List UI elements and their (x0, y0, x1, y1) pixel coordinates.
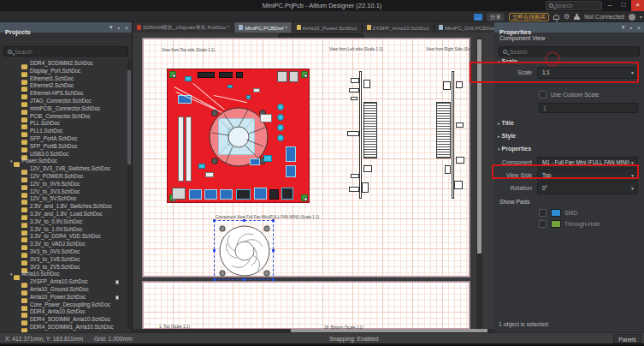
tree-item[interactable]: ▾3V3_to_1V8.SchDoc (0, 256, 127, 264)
tree-scrollbar-thumb[interactable] (127, 70, 131, 164)
notifications-bell-icon[interactable] (553, 15, 559, 20)
tree-scrollbar[interactable] (127, 60, 131, 329)
comment-icon[interactable]: … (474, 14, 482, 21)
tree-item[interactable]: ▾3V3_to_0V9.SchDoc (0, 248, 127, 256)
minimize-button[interactable]: – (604, 0, 616, 11)
rotation-dropdown[interactable]: 0°▼ (537, 182, 638, 194)
tree-item[interactable]: ▾PLL.SchDoc (0, 120, 127, 128)
tree-item[interactable]: ▾Arria10_Ground.SchDoc (0, 286, 127, 294)
properties-search-input[interactable] (510, 49, 595, 55)
tree-item[interactable]: ▾DDR4_Arria10.SchDoc (0, 308, 127, 316)
custom-scale-input[interactable] (539, 103, 638, 113)
panel-close-icon[interactable]: × (125, 25, 128, 31)
share-button[interactable]: 分享 (487, 13, 505, 21)
tree-item[interactable]: ▾DDR4_SODIMM_Arria10.SchDoc (0, 316, 127, 324)
pcb-right-side-view[interactable] (428, 71, 469, 199)
panel-pin-icon[interactable]: ▪ (117, 25, 119, 31)
through-hole-label: Through-Hole (564, 221, 600, 227)
selection-status: 1 object is selected (499, 321, 548, 327)
tree-item[interactable]: ▾3V3_to_2V5.SchDoc (0, 264, 127, 271)
through-hole-color-swatch[interactable] (551, 220, 561, 228)
tree-item[interactable]: ▾3.3V_to_0.9V.SchDoc (0, 218, 127, 226)
properties-search[interactable] (499, 46, 640, 57)
user-icon[interactable] (574, 14, 580, 20)
avatar-dropdown-icon[interactable]: ▾ (640, 14, 642, 20)
pcb-left-side-view[interactable] (346, 71, 381, 199)
open-document-badge (115, 295, 119, 300)
search-icon (503, 50, 507, 54)
tree-item[interactable]: ▾Display_Port.SchDoc (0, 68, 127, 75)
projects-search[interactable] (3, 46, 128, 57)
panels-button[interactable]: Panels (613, 334, 641, 343)
properties-panel-header: Properties ▾ ▪ × (494, 22, 644, 33)
tree-item[interactable]: ▾DDR4_SODIMM1_Arria10.SchDoc (0, 324, 127, 331)
tree-item[interactable]: ▾miniPCIE_Connector.SchDoc (0, 105, 127, 113)
global-search[interactable] (546, 1, 602, 10)
global-search-input[interactable] (555, 3, 598, 9)
document-canvas[interactable]: SDRAM模块_xSignals等长.PcbDoc * MiniPC.PCBDw… (133, 22, 494, 332)
tree-item[interactable]: ▾Ethernet-HPS.SchDoc (0, 90, 127, 98)
tab-arria10-power-schdoc[interactable]: Arria10_Power.SchDoc (292, 22, 363, 33)
tree-item[interactable]: ▾3.3V_to_DDR4_VDD.SchDoc (0, 233, 127, 241)
tree-item[interactable]: ▾SFP_PortB.SchDoc (0, 143, 127, 151)
tab-2xsfp-arria10-schdoc[interactable]: 2XSFP_Arria10.SchDoc (363, 22, 434, 33)
tree-item[interactable]: ▾USB3.0.SchDoc (0, 151, 127, 158)
tree-item[interactable]: ▾12V_to_0V9.SchDoc (0, 181, 127, 188)
tree-item[interactable]: ▾12V_POWER.SchDoc (0, 173, 127, 181)
tree-item[interactable]: ▾Arria10_Power.SchDoc (0, 294, 127, 301)
panel-menu-icon[interactable]: ▾ (622, 24, 625, 31)
avatar[interactable] (629, 14, 635, 21)
document-icon (367, 25, 371, 30)
smd-color-swatch[interactable] (551, 209, 561, 217)
view-side-dropdown[interactable]: Top▼ (537, 170, 638, 182)
tree-item[interactable]: ▾Core_Power_Decoupling.SchDoc (0, 301, 127, 309)
projects-search-input[interactable] (15, 49, 100, 55)
tree-item[interactable]: ▾PLL1.SchDoc (0, 128, 127, 135)
tree-item[interactable]: ▾12V_to_5V.SchDoc (0, 195, 127, 203)
draftsman-sheet-2[interactable]: 1. Top (Scale 1:1) 18. Bottom (Scale 1:1… (142, 281, 470, 330)
through-hole-checkbox[interactable] (539, 220, 547, 228)
canvas-vertical-scrollbar[interactable] (476, 38, 482, 329)
tab-minipc-pcbdwf[interactable]: MiniPC.PCBDwf * (234, 22, 292, 33)
status-bar: X: 412.371mm, Y: 163.811mm Grid: 1.000mm… (0, 332, 644, 343)
tree-item[interactable]: ▾3.3V_to_1.0V.SchDoc (0, 226, 127, 234)
component-dropdown[interactable]: M1 - Full Fan Mini (FULL FAN MINI)▼ (537, 157, 638, 169)
panel-menu-icon[interactable]: ▾ (109, 24, 113, 31)
tree-item[interactable]: ▾JTAG_Connector.SchDoc (0, 98, 127, 105)
tree-item[interactable]: ▾3.3V_to_VADJ.SchDoc (0, 241, 127, 248)
canvas-vertical-scrollbar-thumb[interactable] (477, 39, 482, 254)
chevron-down-icon: ▼ (630, 68, 635, 78)
panel-pin-icon[interactable]: ▪ (629, 25, 631, 31)
tab-minipc-drill-pcbdwf[interactable]: MiniPC_Drill.PCBDwf (434, 22, 494, 33)
tree-item[interactable]: ▾Power.SchDoc (0, 158, 127, 165)
pcb-top-view[interactable] (167, 69, 310, 203)
tab-sdram-pcbdoc[interactable]: SDRAM模块_xSignals等长.PcbDoc * (133, 22, 234, 33)
preferences-gear-icon[interactable]: ⚙ (564, 11, 570, 22)
scale-section-header[interactable]: ▾Scale (498, 58, 517, 64)
tree-item[interactable]: ▾Ethernet2.SchDoc (0, 82, 127, 90)
tree-item[interactable]: ▾3.3V_and_1.8V_Load.SchDoc (0, 211, 127, 218)
tree-item[interactable]: ▾2.5V_and_1.8V_Switches.SchDoc (0, 203, 127, 211)
tree-item[interactable]: ▾Ethernet1.SchDoc (0, 75, 127, 83)
close-button[interactable]: × (631, 0, 644, 11)
properties-section-header[interactable]: ▾Properties (498, 146, 531, 152)
tree-item[interactable]: ▾DDR4_SODIMM2.SchDoc (0, 60, 127, 68)
use-custom-scale-checkbox[interactable] (539, 91, 547, 98)
tree-item[interactable]: ▾SFP_PortA.SchDoc (0, 135, 127, 143)
maximize-button[interactable]: □ (617, 0, 629, 11)
tree-item[interactable]: ▾2XSFP_Arria10.SchDoc (0, 278, 127, 286)
style-section-header[interactable]: ▸Style (498, 133, 516, 139)
tree-item[interactable]: ▾Arria10.SchDoc (0, 271, 127, 278)
tree-item[interactable]: ▾12V_3V3_1VB_Switches.SchDoc (0, 165, 127, 173)
connection-status[interactable]: Not Connected (584, 14, 624, 20)
buy-online-button[interactable]: 立即在线购买 (509, 13, 549, 21)
draftsman-sheet-1[interactable]: View from Top side (Scale 1:1) (142, 38, 470, 277)
smd-checkbox[interactable] (539, 209, 547, 217)
scale-dropdown[interactable]: 1:1▼ (537, 67, 638, 79)
tree-item[interactable]: ▾PCIE_Connector.SchDoc (0, 113, 127, 121)
panel-close-icon[interactable]: × (637, 25, 641, 31)
tree-item[interactable]: ▾12V_to_3V3.SchDoc (0, 188, 127, 196)
title-section-header[interactable]: ▸Title (498, 120, 514, 126)
projects-toolbar (3, 34, 31, 45)
fan-component-view[interactable] (214, 220, 274, 280)
